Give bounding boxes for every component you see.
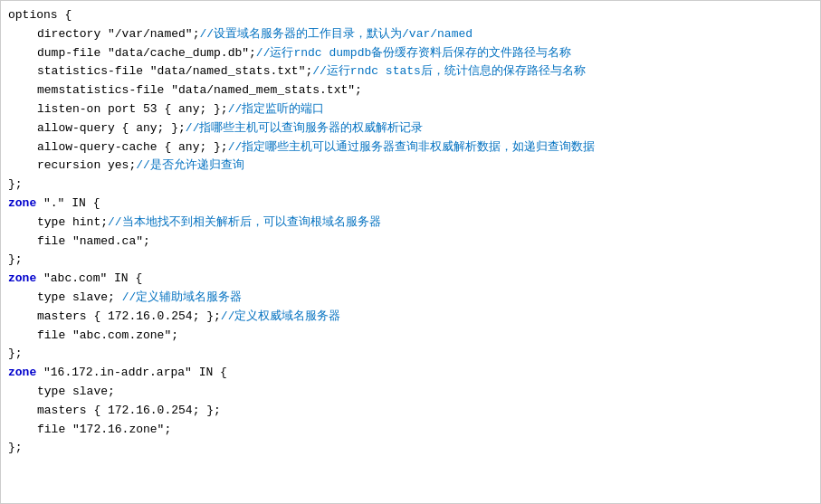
code-line: file "named.ca";	[8, 233, 813, 252]
code-text: statistics-file "data/named_stats.txt";	[37, 64, 312, 78]
code-keyword: zone	[8, 271, 36, 285]
code-line: type slave; //定义辅助域名服务器	[8, 289, 813, 308]
code-text: type slave;	[37, 385, 115, 398]
code-line: statistics-file "data/named_stats.txt";/…	[8, 62, 813, 81]
code-text: masters { 172.16.0.254; };	[37, 404, 221, 417]
code-line: zone "16.172.in-addr.arpa" IN {	[8, 364, 813, 383]
code-line: type slave;	[8, 383, 813, 402]
code-text: file "abc.com.zone";	[37, 328, 178, 342]
code-text: allow-query { any; };	[37, 121, 186, 135]
code-line: allow-query-cache { any; };//指定哪些主机可以通过服…	[8, 138, 813, 157]
code-comment: //定义权威域名服务器	[221, 309, 341, 323]
code-text: "abc.com" IN {	[36, 271, 142, 285]
code-text: };	[8, 252, 23, 266]
code-line: file "abc.com.zone";	[8, 327, 813, 346]
code-line: zone "." IN {	[8, 195, 813, 214]
code-line: };	[8, 439, 813, 458]
code-text: directory "/var/named";	[37, 27, 199, 41]
code-editor: options {directory "/var/named";//设置域名服务…	[0, 0, 821, 504]
code-line: masters { 172.16.0.254; };	[8, 402, 813, 421]
code-text: };	[8, 177, 23, 191]
code-text: recursion yes;	[37, 158, 136, 172]
code-line: };	[8, 176, 813, 195]
code-comment: //指定监听的端口	[228, 102, 325, 116]
code-line: allow-query { any; };//指哪些主机可以查询服务器的权威解析…	[8, 119, 813, 138]
code-line: masters { 172.16.0.254; };//定义权威域名服务器	[8, 308, 813, 327]
code-keyword: zone	[8, 366, 36, 379]
code-text: };	[8, 441, 23, 454]
code-comment: //运行rndc dumpdb备份缓存资料后保存的文件路径与名称	[256, 46, 571, 60]
code-comment: //设置域名服务器的工作目录，默认为/var/named	[199, 27, 473, 41]
code-comment: //运行rndc stats后，统计信息的保存路径与名称	[312, 64, 586, 78]
code-line: dump-file "data/cache_dump.db";//运行rndc …	[8, 44, 813, 63]
code-text: listen-on port 53 { any; };	[37, 102, 228, 116]
code-text: "." IN {	[36, 196, 100, 210]
code-text: "16.172.in-addr.arpa" IN {	[36, 366, 227, 379]
code-line: };	[8, 251, 813, 270]
code-line: recursion yes;//是否允许递归查询	[8, 157, 813, 176]
code-line: type hint;//当本地找不到相关解析后，可以查询根域名服务器	[8, 214, 813, 233]
code-text: type slave;	[37, 290, 122, 304]
code-line: directory "/var/named";//设置域名服务器的工作目录，默认…	[8, 25, 813, 44]
code-line: };	[8, 345, 813, 364]
code-line: file "172.16.zone";	[8, 421, 813, 440]
code-comment: //是否允许递归查询	[136, 158, 244, 172]
code-line: listen-on port 53 { any; };//指定监听的端口	[8, 100, 813, 119]
code-text: masters { 172.16.0.254; };	[37, 309, 221, 323]
code-keyword: zone	[8, 196, 36, 210]
code-text: memstatistics-file "data/named_mem_stats…	[37, 83, 362, 97]
code-comment: //定义辅助域名服务器	[122, 290, 243, 304]
code-text: file "named.ca";	[37, 234, 150, 248]
code-line: options {	[8, 6, 813, 25]
code-text: };	[8, 347, 23, 360]
code-comment: //指哪些主机可以查询服务器的权威解析记录	[186, 121, 424, 135]
code-text: dump-file "data/cache_dump.db";	[37, 46, 256, 60]
code-text: type hint;	[37, 215, 108, 229]
code-line: memstatistics-file "data/named_mem_stats…	[8, 81, 813, 100]
code-text: allow-query-cache { any; };	[37, 140, 228, 154]
code-comment: //当本地找不到相关解析后，可以查询根域名服务器	[108, 215, 381, 229]
code-line: zone "abc.com" IN {	[8, 270, 813, 289]
code-comment: //指定哪些主机可以通过服务器查询非权威解析数据，如递归查询数据	[228, 140, 596, 154]
code-text: file "172.16.zone";	[37, 423, 171, 436]
